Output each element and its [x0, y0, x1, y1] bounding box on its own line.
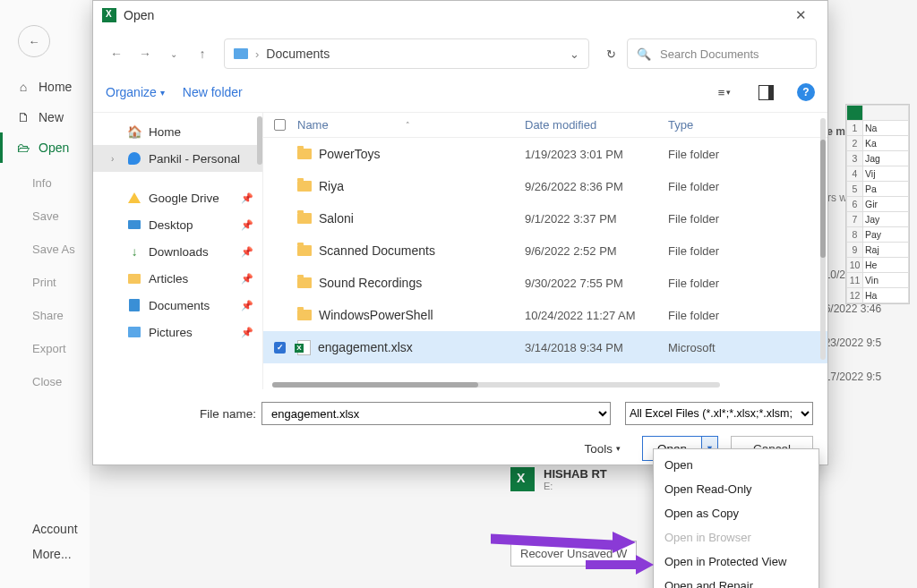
- file-row[interactable]: WindowsPowerShell10/24/2022 11:27 AMFile…: [263, 299, 827, 331]
- menu-item-open[interactable]: Open: [654, 453, 818, 477]
- nav-export[interactable]: Export: [0, 336, 90, 362]
- pin-icon: 📌: [241, 273, 253, 285]
- bg-recent-sub: E:: [544, 481, 607, 491]
- view-list-button[interactable]: ≡ ▾: [714, 81, 735, 103]
- nav-home[interactable]: ⌂Home: [0, 72, 90, 102]
- file-hscrollbar-thumb[interactable]: [272, 382, 478, 388]
- nav-back-button[interactable]: ←: [104, 41, 129, 66]
- nav-print[interactable]: Print: [0, 269, 90, 295]
- col-header-name[interactable]: Name˄: [297, 118, 525, 132]
- open-file-dialog: Open ✕ ← → ⌄ ↑ › Documents ⌄ ↻ 🔍 Organiz…: [92, 0, 828, 465]
- breadcrumb-separator: ›: [255, 47, 259, 61]
- nav-save-as[interactable]: Save As: [0, 236, 90, 262]
- tree-item-desktop[interactable]: Desktop📌: [93, 211, 262, 238]
- back-button[interactable]: ←: [18, 25, 50, 57]
- xlsx-file-icon: [297, 340, 311, 355]
- file-date: 1/19/2023 3:01 PM: [525, 148, 668, 161]
- tree-scrollbar[interactable]: [257, 116, 262, 165]
- file-name: Scanned Documents: [319, 243, 435, 258]
- menu-item-open-and-repair-[interactable]: Open and Repair...: [654, 574, 818, 588]
- nav-more[interactable]: More...: [32, 547, 78, 561]
- dialog-command-bar: Organize▾ New folder ≡ ▾ ?: [93, 78, 827, 112]
- menu-item-open-read-only[interactable]: Open Read-Only: [654, 477, 818, 501]
- preview-pane-button[interactable]: [758, 85, 774, 100]
- folder-icon: [297, 181, 312, 192]
- file-row[interactable]: Scanned Documents9/6/2022 2:52 PMFile fo…: [263, 234, 827, 267]
- navigation-tree: 🏠Home›Pankil - PersonalGoogle Drive📌Desk…: [93, 113, 263, 389]
- organize-menu[interactable]: Organize▾: [106, 85, 165, 99]
- file-list-header: Name˄ Date modified Type: [263, 113, 827, 138]
- folder-icon: [297, 213, 312, 224]
- excel-backstage-sidebar: ← ⌂Home 🗋New 🗁Open Info Save Save As Pri…: [0, 0, 90, 588]
- menu-item-open-in-browser: Open in Browser: [654, 525, 818, 550]
- file-vscrollbar-thumb[interactable]: [820, 140, 826, 258]
- search-input[interactable]: [658, 47, 807, 62]
- file-type-select[interactable]: All Excel Files (*.xl*;*.xlsx;*.xlsm;: [625, 402, 813, 425]
- tree-item-pictures[interactable]: Pictures📌: [93, 319, 262, 345]
- home-icon: ⌂: [16, 80, 30, 94]
- back-arrow-icon: ←: [29, 35, 40, 48]
- dropdown-icon: ▾: [160, 88, 165, 98]
- breadcrumb-bar[interactable]: › Documents ⌄: [224, 38, 589, 69]
- file-name-label: File name:: [107, 407, 256, 421]
- nav-save[interactable]: Save: [0, 203, 90, 229]
- nav-home-label: Home: [39, 80, 72, 94]
- tools-menu[interactable]: Tools▾: [584, 442, 621, 456]
- open-dropdown-menu: OpenOpen Read-OnlyOpen as CopyOpen in Br…: [653, 448, 819, 588]
- tree-item-home[interactable]: 🏠Home: [93, 118, 262, 145]
- tree-item-google-drive[interactable]: Google Drive📌: [93, 184, 262, 211]
- select-all-checkbox[interactable]: [274, 119, 286, 131]
- nav-new[interactable]: 🗋New: [0, 102, 90, 132]
- dropdown-icon: ▾: [616, 444, 621, 453]
- nav-up-button[interactable]: ↑: [190, 41, 215, 66]
- menu-item-open-in-protected-view[interactable]: Open in Protected View: [654, 550, 818, 574]
- nav-recent-dropdown[interactable]: ⌄: [161, 41, 186, 66]
- row-checkbox[interactable]: ✓: [274, 342, 286, 354]
- pin-icon: 📌: [241, 192, 253, 204]
- tree-item-documents[interactable]: Documents📌: [93, 292, 262, 319]
- file-row[interactable]: ✓engagement.xlsx3/14/2018 9:34 PMMicroso…: [263, 331, 827, 363]
- refresh-button[interactable]: ↻: [598, 41, 623, 66]
- file-row[interactable]: Sound Recordings9/30/2022 7:55 PMFile fo…: [263, 267, 827, 299]
- nav-info[interactable]: Info: [0, 170, 90, 196]
- file-name: Sound Recordings: [319, 276, 422, 290]
- file-row[interactable]: PowerToys1/19/2023 3:01 PMFile folder: [263, 138, 827, 170]
- folder-icon: [297, 149, 312, 159]
- file-type: Microsoft: [668, 341, 827, 354]
- tree-item-label: Pictures: [149, 326, 193, 339]
- new-folder-button[interactable]: New folder: [183, 85, 243, 99]
- folder-icon: [297, 310, 312, 320]
- file-name-input[interactable]: engagement.xlsx: [261, 402, 611, 425]
- nav-close[interactable]: Close: [0, 369, 90, 395]
- nav-forward-button[interactable]: →: [133, 41, 158, 66]
- dialog-close-button[interactable]: ✕: [783, 7, 818, 23]
- excel-preview-sheet: 1Na2Ka3Jag4Vij5Pa6Gir7Jay8Pay9Raj10He11V…: [845, 104, 910, 304]
- col-header-date[interactable]: Date modified: [525, 118, 668, 132]
- tree-item-label: Desktop: [149, 218, 193, 232]
- folder-icon: [297, 245, 312, 256]
- search-box[interactable]: 🔍: [627, 38, 817, 69]
- file-name: Saloni: [319, 211, 354, 226]
- nav-open[interactable]: 🗁Open: [0, 132, 90, 163]
- col-header-type[interactable]: Type: [668, 118, 827, 132]
- tree-item-articles[interactable]: Articles📌: [93, 265, 262, 292]
- sort-indicator-icon: ˄: [406, 121, 410, 130]
- file-row[interactable]: Riya9/26/2022 8:36 PMFile folder: [263, 170, 827, 202]
- file-type: File folder: [668, 244, 827, 258]
- tree-item-pankil-personal[interactable]: ›Pankil - Personal: [93, 145, 262, 172]
- file-type: File folder: [668, 212, 827, 226]
- annotation-arrow: [586, 558, 654, 574]
- nav-account[interactable]: Account: [32, 522, 78, 536]
- help-button[interactable]: ?: [797, 83, 815, 101]
- chevron-right-icon: ›: [111, 154, 120, 164]
- nav-share[interactable]: Share: [0, 303, 90, 328]
- breadcrumb-dropdown-icon[interactable]: ⌄: [570, 47, 579, 61]
- excel-app-icon: [102, 8, 116, 22]
- folder-icon: [297, 277, 312, 288]
- menu-item-open-as-copy[interactable]: Open as Copy: [654, 501, 818, 525]
- pin-icon: 📌: [241, 246, 253, 258]
- file-type: File folder: [668, 148, 827, 161]
- file-row[interactable]: Saloni9/1/2022 3:37 PMFile folder: [263, 202, 827, 234]
- file-date: 9/6/2022 2:52 PM: [525, 244, 668, 258]
- tree-item-downloads[interactable]: ↓Downloads📌: [93, 238, 262, 265]
